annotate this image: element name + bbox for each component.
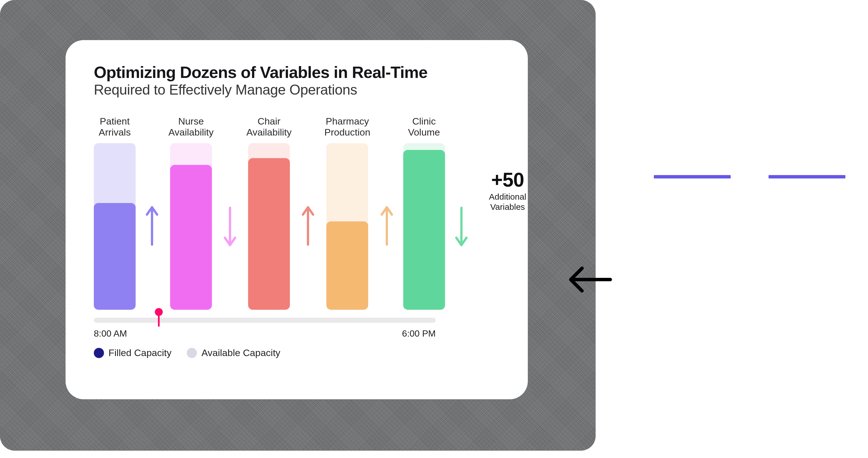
arrow-down-icon — [453, 115, 470, 310]
column-label: Patient Arrivals — [99, 115, 130, 139]
back-arrow-icon — [565, 263, 613, 298]
capacity-bar — [94, 143, 135, 310]
legend: Filled Capacity Available Capacity — [94, 347, 505, 358]
capacity-bar-fill — [94, 203, 135, 310]
variable-column: Pharmacy Production — [324, 115, 370, 310]
column-label-line: Chair — [246, 116, 291, 127]
title-block: Optimizing Dozens of Variables in Real-T… — [94, 63, 505, 98]
legend-available-swatch — [187, 348, 197, 358]
timeline-pin-dot — [155, 308, 163, 316]
variable-column: Chair Availability — [246, 115, 291, 310]
capacity-bar-fill — [248, 158, 290, 310]
card-title: Optimizing Dozens of Variables in Real-T… — [94, 63, 505, 81]
timeline-start-label: 8:00 AM — [94, 328, 127, 339]
chart-row: Patient Arrivals Nurse Availability Chai… — [94, 115, 505, 310]
legend-available-label: Available Capacity — [202, 347, 280, 358]
capacity-bar-fill — [327, 221, 368, 310]
column-label: Pharmacy Production — [324, 115, 370, 139]
capacity-bar — [170, 143, 212, 310]
column-label-line: Volume — [408, 127, 440, 138]
column-label-line: Patient — [99, 116, 130, 127]
side-accent-bar — [654, 175, 731, 178]
capacity-bar — [403, 143, 445, 310]
column-label-line: Availability — [168, 127, 214, 138]
additional-variables-label: AdditionalVariables — [489, 192, 526, 212]
column-label-line: Arrivals — [99, 127, 130, 138]
capacity-bar — [327, 143, 368, 310]
arrow-up-icon — [378, 115, 395, 310]
side-accent-bar — [769, 175, 845, 178]
legend-filled-label: Filled Capacity — [108, 347, 172, 358]
capacity-bar — [248, 143, 290, 310]
column-label: Nurse Availability — [168, 115, 214, 139]
arrow-down-icon — [221, 115, 239, 310]
arrow-up-icon — [144, 115, 160, 310]
timeline-track — [94, 318, 436, 323]
variable-column: Nurse Availability — [168, 115, 214, 310]
timeline-pin[interactable] — [155, 308, 163, 325]
variable-column: Patient Arrivals — [94, 115, 135, 310]
legend-available: Available Capacity — [187, 347, 280, 358]
column-label: Clinic Volume — [408, 115, 440, 139]
card-subtitle: Required to Effectively Manage Operation… — [94, 81, 505, 98]
additional-variables-callout: +50 AdditionalVariables — [478, 115, 526, 212]
column-label-line: Pharmacy — [324, 116, 370, 127]
legend-filled: Filled Capacity — [94, 347, 172, 358]
capacity-bar-fill — [170, 165, 212, 310]
additional-variables-count: +50 — [489, 169, 526, 191]
column-label-line: Nurse — [168, 116, 214, 127]
timeline-end-label: 6:00 PM — [402, 328, 436, 339]
column-label: Chair Availability — [246, 115, 291, 139]
timeline-pin-stem — [158, 316, 160, 327]
side-accent-bars — [654, 175, 845, 178]
variable-column: Clinic Volume — [403, 115, 445, 310]
legend-filled-swatch — [94, 348, 104, 358]
column-label-line: Production — [324, 127, 370, 138]
capacity-bar-fill — [403, 150, 445, 310]
time-labels: 8:00 AM 6:00 PM — [94, 328, 436, 339]
column-label-line: Availability — [246, 127, 291, 138]
column-label-line: Clinic — [408, 116, 440, 127]
timeline[interactable] — [94, 318, 436, 323]
arrow-up-icon — [300, 115, 316, 310]
variables-card: Optimizing Dozens of Variables in Real-T… — [66, 40, 528, 399]
